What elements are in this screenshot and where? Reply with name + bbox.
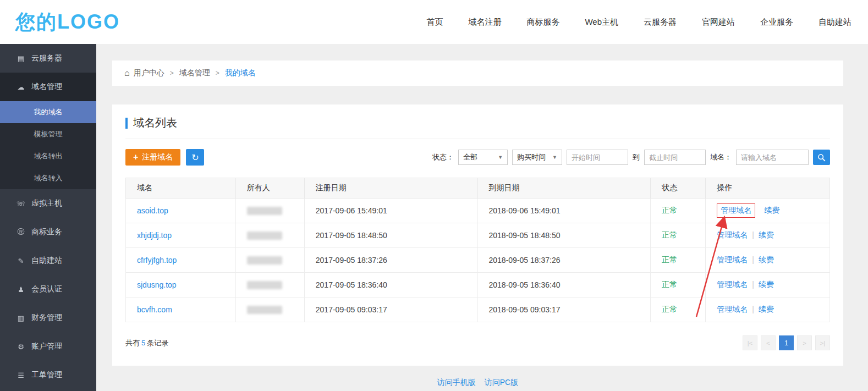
sidebar-item-label: 工单管理 (31, 370, 62, 380)
table-header-row: 域名 所有人 注册日期 到期日期 状态 操作 (126, 178, 830, 199)
status-select-value: 全部 (463, 152, 477, 162)
first-page-button[interactable]: |< (743, 335, 757, 350)
start-date-input[interactable] (567, 150, 628, 165)
nav-domain-register[interactable]: 域名注册 (468, 17, 501, 27)
breadcrumb-separator: > (216, 69, 219, 77)
sidebar-item-trademark[interactable]: Ⓡ 商标业务 (0, 218, 96, 246)
mobile-version-link[interactable]: 访问手机版 (437, 378, 476, 387)
page-footer: 访问手机版 访问PC版 (112, 378, 843, 388)
sidebar-item-label: 虚拟主机 (31, 199, 62, 208)
sidebar-item-ticket[interactable]: ☰ 工单管理 (0, 361, 96, 389)
owner-redacted (247, 207, 282, 215)
register-date: 2017-09-05 18:37:26 (304, 248, 477, 273)
pc-version-link[interactable]: 访问PC版 (485, 378, 518, 387)
table-row: bcvfh.com 2017-09-05 09:03:17 2018-09-05… (126, 298, 830, 322)
table-footer: 共有5条记录 |< < 1 > >| (125, 335, 830, 350)
sidebar-item-label: 商标业务 (31, 227, 62, 237)
domain-link[interactable]: sjdusng.top (137, 280, 177, 289)
sidebar-item-label: 自助建站 (31, 256, 62, 266)
domain-link[interactable]: cfrfyjfgh.top (137, 256, 177, 265)
sidebar-item-domain-management[interactable]: ☁ 域名管理 (0, 73, 96, 101)
search-button[interactable] (813, 150, 830, 165)
top-header: 您的LOGO 首页 域名注册 商标服务 Web主机 云服务器 官网建站 企业服务… (0, 0, 868, 44)
sidebar-item-label: 会员认证 (31, 284, 62, 294)
domain-list-card: 域名列表 + 注册域名 ↻ 状态： 全部 ▼ 购买时间 ▼ (112, 104, 843, 366)
domain-link[interactable]: xhjdjdj.top (137, 231, 172, 240)
nav-site-builder[interactable]: 自助建站 (818, 17, 851, 27)
sidebar-subitem-template-management[interactable]: 模板管理 (0, 123, 96, 145)
domain-table: 域名 所有人 注册日期 到期日期 状态 操作 asoid.top 2017-09… (125, 178, 830, 322)
last-page-button[interactable]: >| (815, 335, 830, 350)
annotation-red-box: 管理域名 (717, 203, 755, 218)
sidebar-item-finance[interactable]: ▥ 财务管理 (0, 304, 96, 332)
column-header-status: 状态 (651, 178, 706, 199)
site-builder-icon: ✎ (15, 257, 26, 265)
register-date: 2017-09-05 09:03:17 (304, 298, 477, 322)
filters: 状态： 全部 ▼ 购买时间 ▼ 到 域名： (432, 150, 830, 165)
current-page-button[interactable]: 1 (779, 335, 794, 350)
action-divider: | (752, 230, 754, 239)
owner-redacted (247, 281, 282, 289)
nav-enterprise-service[interactable]: 企业服务 (760, 17, 793, 27)
sidebar-subitem-domain-transfer-out[interactable]: 域名转出 (0, 145, 96, 167)
page-title: 域名列表 (133, 115, 177, 130)
manage-domain-link[interactable]: 管理域名 (721, 206, 751, 214)
domain-search-input[interactable] (736, 150, 809, 165)
register-domain-button[interactable]: + 注册域名 (125, 149, 180, 166)
chevron-down-icon: ▼ (552, 155, 557, 160)
main-content: ⌂ 用户中心 > 域名管理 > 我的域名 域名列表 + 注册域名 ↻ 状态： 全… (96, 44, 868, 391)
sidebar-item-member-auth[interactable]: ♟ 会员认证 (0, 275, 96, 304)
expire-date: 2018-09-05 18:36:40 (477, 273, 651, 298)
refresh-button[interactable]: ↻ (186, 149, 204, 166)
time-type-value: 购买时间 (517, 152, 546, 162)
member-icon: ♟ (15, 285, 26, 294)
renew-link[interactable]: 续费 (759, 255, 774, 264)
nav-cloud-server[interactable]: 云服务器 (644, 17, 677, 27)
expire-date: 2018-09-06 15:49:01 (477, 199, 651, 223)
sidebar-subitem-my-domains[interactable]: 我的域名 (0, 101, 96, 123)
nav-official-site[interactable]: 官网建站 (702, 17, 735, 27)
owner-redacted (247, 232, 282, 240)
top-nav: 首页 域名注册 商标服务 Web主机 云服务器 官网建站 企业服务 自助建站 (426, 17, 851, 27)
breadcrumb-domain-management[interactable]: 域名管理 (179, 68, 210, 78)
record-summary: 共有5条记录 (125, 338, 168, 348)
sidebar-item-account[interactable]: ⚙ 账户管理 (0, 332, 96, 361)
sidebar-item-label: 账户管理 (31, 342, 62, 351)
sidebar-item-site-builder[interactable]: ✎ 自助建站 (0, 246, 96, 275)
end-date-input[interactable] (644, 150, 706, 165)
next-page-button[interactable]: > (797, 335, 812, 350)
action-divider: | (752, 280, 754, 289)
status-select[interactable]: 全部 ▼ (458, 150, 508, 165)
manage-domain-link[interactable]: 管理域名 (717, 305, 748, 313)
status-badge: 正常 (662, 230, 677, 239)
refresh-icon: ↻ (191, 152, 199, 163)
manage-domain-link[interactable]: 管理域名 (717, 230, 748, 239)
nav-web-hosting[interactable]: Web主机 (585, 17, 618, 27)
renew-link[interactable]: 续费 (759, 305, 774, 313)
server-icon: ▤ (15, 54, 26, 63)
breadcrumb-my-domains[interactable]: 我的域名 (225, 68, 256, 78)
breadcrumb-user-center[interactable]: 用户中心 (134, 68, 164, 78)
renew-link[interactable]: 续费 (759, 280, 774, 289)
record-count: 5 (141, 339, 145, 347)
nav-home[interactable]: 首页 (426, 17, 443, 27)
sidebar-item-cloud-server[interactable]: ▤ 云服务器 (0, 44, 96, 73)
status-badge: 正常 (662, 255, 677, 264)
domain-link[interactable]: asoid.top (137, 206, 168, 215)
register-date: 2017-09-05 18:48:50 (304, 223, 477, 248)
column-header-actions: 操作 (706, 178, 830, 199)
time-type-select[interactable]: 购买时间 ▼ (512, 150, 562, 165)
ticket-icon: ☰ (15, 371, 26, 379)
sidebar-item-virtual-host[interactable]: ☏ 虚拟主机 (0, 189, 96, 218)
manage-domain-link[interactable]: 管理域名 (717, 255, 748, 264)
domain-link[interactable]: bcvfh.com (137, 305, 172, 314)
renew-link[interactable]: 续费 (759, 230, 774, 239)
column-header-expire-date: 到期日期 (477, 178, 651, 199)
nav-trademark-service[interactable]: 商标服务 (526, 17, 559, 27)
register-date: 2017-09-05 18:36:40 (304, 273, 477, 298)
table-row: cfrfyjfgh.top 2017-09-05 18:37:26 2018-0… (126, 248, 830, 273)
renew-link[interactable]: 续费 (764, 206, 779, 214)
prev-page-button[interactable]: < (761, 335, 776, 350)
manage-domain-link[interactable]: 管理域名 (717, 280, 748, 289)
sidebar-subitem-domain-transfer-in[interactable]: 域名转入 (0, 167, 96, 189)
